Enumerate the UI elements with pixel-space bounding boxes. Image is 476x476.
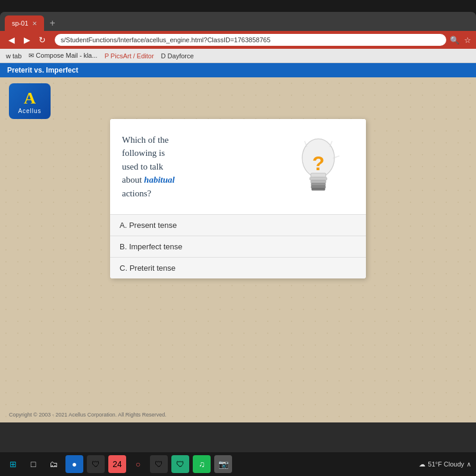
svg-rect-3 xyxy=(311,180,325,183)
svg-rect-2 xyxy=(310,177,327,180)
question-line2: following is xyxy=(122,148,165,158)
bookmark-3[interactable]: D Dayforce xyxy=(161,52,194,60)
bookmarks-bar: w tab ✉ Compose Mail - kla... P PicsArt … xyxy=(0,49,476,63)
quiz-question-text: Which of the following is used to talk a… xyxy=(122,133,274,201)
page-title-bar: Preterit vs. Imperfect xyxy=(0,63,476,77)
taskbar-camera-icon[interactable]: 📷 xyxy=(214,455,232,473)
svg-rect-4 xyxy=(311,183,325,186)
tab-close-icon[interactable]: ✕ xyxy=(32,20,37,27)
taskbar-music-icon[interactable]: ♫ xyxy=(193,455,211,473)
taskbar-weather: ☁ 51°F Cloudy ∧ xyxy=(419,461,471,468)
taskbar-24-icon[interactable]: 24 xyxy=(108,455,126,473)
acellus-text: Acellus xyxy=(18,108,41,114)
taskbar-shield-icon[interactable]: 🛡 xyxy=(87,455,105,473)
acellus-logo: A Acellus xyxy=(9,83,51,119)
answer-option-c[interactable]: C. Preterit tense xyxy=(110,258,366,278)
taskbar-shield2-icon[interactable]: 🛡 xyxy=(150,455,168,473)
new-tab-button[interactable]: + xyxy=(46,15,59,31)
bookmark-2[interactable]: P PicsArt / Editor xyxy=(105,52,154,60)
taskbar-edge-icon[interactable]: ● xyxy=(65,455,83,473)
back-icon[interactable]: ◀ xyxy=(5,33,18,46)
answer-options: A. Present tense B. Imperfect tense C. P… xyxy=(110,214,366,278)
nav-buttons: ◀ ▶ ↻ xyxy=(5,33,49,46)
taskbar-shield3-icon[interactable]: 🛡 xyxy=(171,455,189,473)
bookmark-0[interactable]: w tab xyxy=(6,52,21,60)
weather-text: 51°F Cloudy xyxy=(428,461,464,468)
question-line1: Which of the xyxy=(122,135,168,145)
copyright-text: Copyright © 2003 - 2021 Acellus Corporat… xyxy=(9,412,167,418)
answer-option-b[interactable]: B. Imperfect tense xyxy=(110,236,366,258)
answer-a-letter: A. xyxy=(120,221,129,230)
svg-rect-5 xyxy=(311,186,325,188)
lightbulb-icon: ? xyxy=(286,134,351,199)
answer-c-letter: C. xyxy=(120,264,130,273)
answer-b-text: Imperfect tense xyxy=(129,242,183,251)
question-line3: used to talk xyxy=(122,162,163,171)
taskbar-search-icon[interactable]: □ xyxy=(25,456,42,472)
address-input[interactable] xyxy=(55,34,446,46)
cloud-icon: ☁ xyxy=(419,461,425,468)
tab-bar: sp-01 ✕ + xyxy=(0,12,476,31)
quiz-card: Which of the following is used to talk a… xyxy=(110,119,366,278)
taskbar-files-icon[interactable]: 🗂 xyxy=(45,456,62,472)
answer-c-text: Preterit tense xyxy=(130,264,176,273)
answer-b-letter: B. xyxy=(120,242,129,251)
question-line5: actions? xyxy=(122,189,151,198)
main-content: A Acellus Which of the following is used… xyxy=(0,77,476,422)
question-line4: about xyxy=(122,175,144,184)
windows-button[interactable]: ⊞ xyxy=(5,456,21,472)
svg-text:?: ? xyxy=(312,152,325,174)
question-highlight: habitual xyxy=(144,175,175,184)
taskbar-circle-icon[interactable]: ○ xyxy=(130,456,146,472)
footer: Copyright © 2003 - 2021 Acellus Corporat… xyxy=(9,412,167,418)
search-icon[interactable]: 🔍 xyxy=(450,36,459,45)
address-bar: ◀ ▶ ↻ 🔍 ☆ xyxy=(0,31,476,49)
star-icon[interactable]: ☆ xyxy=(464,36,471,45)
tab-label: sp-01 xyxy=(12,20,29,27)
answer-a-text: Present tense xyxy=(129,221,177,230)
quiz-image: ? xyxy=(283,131,354,202)
acellus-letter: A xyxy=(24,89,36,108)
answer-option-a[interactable]: A. Present tense xyxy=(110,215,366,236)
svg-rect-6 xyxy=(312,188,325,190)
refresh-icon[interactable]: ↻ xyxy=(36,33,49,46)
taskbar: ⊞ □ 🗂 ● 🛡 24 ○ 🛡 🛡 ♫ 📷 ☁ 51°F Cloudy ∧ xyxy=(0,452,476,476)
quiz-question-area: Which of the following is used to talk a… xyxy=(110,119,366,214)
forward-icon[interactable]: ▶ xyxy=(20,33,33,46)
expand-icon: ∧ xyxy=(466,461,471,468)
active-tab[interactable]: sp-01 ✕ xyxy=(5,15,44,31)
address-icons: 🔍 ☆ xyxy=(450,36,471,45)
page-title: Preterit vs. Imperfect xyxy=(7,66,78,74)
bookmark-1[interactable]: ✉ Compose Mail - kla... xyxy=(29,52,97,60)
browser-frame: sp-01 ✕ + ◀ ▶ ↻ 🔍 ☆ w tab ✉ Compose Mail… xyxy=(0,12,476,458)
